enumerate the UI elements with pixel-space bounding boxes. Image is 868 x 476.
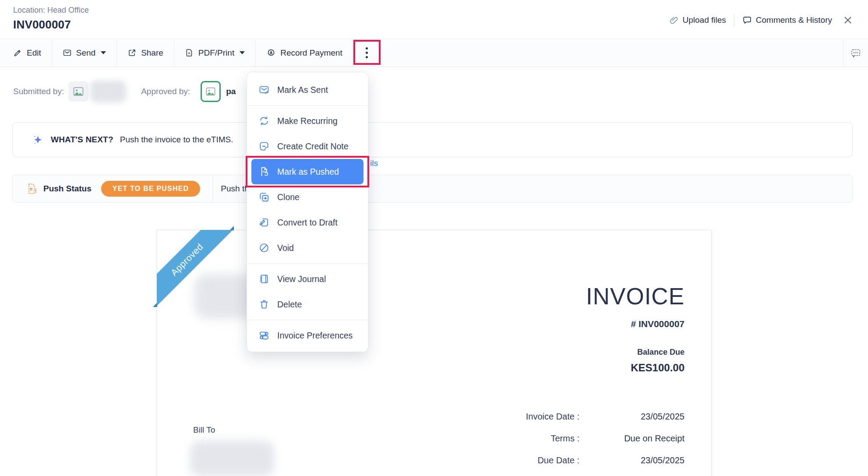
menu-divider bbox=[247, 263, 368, 264]
menu-item-label: Make Recurring bbox=[277, 116, 338, 126]
svg-text:e: e bbox=[263, 169, 265, 173]
location-label: Location: Head Office bbox=[13, 4, 89, 16]
pencil-icon bbox=[13, 48, 22, 57]
menu-item-mark-as-sent[interactable]: Mark As Sent bbox=[247, 77, 368, 102]
menu-item-label: Convert to Draft bbox=[277, 218, 338, 228]
due-date-label: Due Date : bbox=[537, 455, 579, 465]
push-status-badge: YET TO BE PUSHED bbox=[101, 181, 201, 197]
menu-item-clone[interactable]: Clone bbox=[247, 184, 368, 210]
pdf-file-icon: A bbox=[185, 48, 194, 57]
menu-item-invoice-preferences[interactable]: Invoice Preferences bbox=[247, 323, 368, 348]
approver-avatar bbox=[201, 81, 221, 102]
menu-item-make-recurring[interactable]: Make Recurring bbox=[247, 108, 368, 134]
push-document-icon: e bbox=[258, 166, 270, 177]
push-status-label: Push Status bbox=[43, 184, 92, 194]
pdf-print-label: PDF/Print bbox=[198, 48, 234, 58]
recurring-icon bbox=[258, 115, 270, 127]
invoice-doc-number: # INV000007 bbox=[631, 319, 685, 329]
svg-text:A: A bbox=[188, 51, 191, 55]
send-button[interactable]: Send bbox=[52, 39, 117, 67]
balance-due-value: KES100.00 bbox=[631, 362, 685, 374]
clone-icon bbox=[258, 191, 270, 203]
menu-divider bbox=[247, 105, 368, 106]
chevron-down-icon bbox=[240, 51, 245, 54]
invoice-date-row: Invoice Date : 23/05/2025 bbox=[526, 405, 685, 427]
invoice-document: Approved INVOICE # INV000007 Balance Due… bbox=[157, 230, 712, 476]
header-left: Location: Head Office INV000007 bbox=[13, 4, 89, 33]
terms-value: Due on Receipt bbox=[579, 434, 685, 444]
menu-item-convert-to-draft[interactable]: Convert to Draft bbox=[247, 210, 368, 235]
more-actions-menu: Mark As Sent Make Recurring Create Credi… bbox=[247, 72, 368, 352]
invoice-date-label: Invoice Date : bbox=[526, 412, 579, 422]
page-header: Location: Head Office INV000007 Upload f… bbox=[0, 0, 868, 39]
menu-item-label: Invoice Preferences bbox=[277, 331, 353, 341]
menu-item-delete[interactable]: Delete bbox=[247, 292, 368, 317]
upload-files-button[interactable]: Upload files bbox=[669, 15, 726, 25]
feedback-chat-button[interactable] bbox=[843, 39, 868, 67]
chat-dots-icon bbox=[850, 47, 861, 59]
submitter-avatar bbox=[68, 81, 88, 102]
svg-text:e: e bbox=[30, 186, 33, 192]
due-date-value: 23/05/2025 bbox=[579, 455, 685, 465]
menu-item-create-credit-note[interactable]: Create Credit Note bbox=[247, 134, 368, 159]
header-divider bbox=[734, 14, 734, 26]
push-status-card: e Push Status YET TO BE PUSHED Push thi bbox=[12, 175, 853, 203]
terms-row: Terms : Due on Receipt bbox=[526, 427, 685, 449]
toggles-icon bbox=[258, 330, 270, 341]
invoice-doc-title: INVOICE bbox=[586, 283, 685, 310]
credit-note-icon bbox=[258, 141, 270, 152]
whats-next-banner: WHAT'S NEXT? Push the invoice to the eTI… bbox=[12, 122, 853, 157]
due-date-row: Due Date : 23/05/2025 bbox=[526, 449, 685, 471]
close-icon[interactable] bbox=[843, 15, 853, 25]
record-payment-button[interactable]: Record Payment bbox=[256, 39, 353, 67]
send-label: Send bbox=[76, 48, 95, 58]
menu-divider bbox=[247, 320, 368, 320]
paperclip-icon bbox=[669, 15, 679, 25]
comments-history-label: Comments & History bbox=[756, 15, 832, 25]
invoice-date-value: 23/05/2025 bbox=[579, 412, 685, 422]
void-icon bbox=[258, 242, 270, 254]
kebab-menu-icon bbox=[366, 47, 368, 58]
approval-row: Submitted by: Approved by: pa ils bbox=[0, 67, 868, 110]
comments-history-button[interactable]: Comments & History bbox=[742, 15, 832, 25]
approved-by-label: Approved by: bbox=[141, 87, 190, 96]
toolbar: Edit Send Share A PDF/Print bbox=[0, 39, 868, 67]
menu-item-label: View Journal bbox=[277, 274, 326, 284]
whats-next-heading: WHAT'S NEXT? bbox=[51, 135, 113, 145]
balance-due-label: Balance Due bbox=[637, 348, 685, 357]
header-actions: Upload files Comments & History bbox=[669, 14, 853, 26]
more-actions-button[interactable] bbox=[353, 39, 381, 67]
whats-next-message: Push the invoice to the eTIMS. bbox=[120, 135, 233, 145]
details-link-partial[interactable]: ils bbox=[370, 159, 378, 168]
menu-item-view-journal[interactable]: View Journal bbox=[247, 266, 368, 292]
envelope-icon bbox=[63, 48, 72, 57]
record-payment-icon bbox=[266, 48, 276, 58]
submitted-by-label: Submitted by: bbox=[13, 87, 64, 96]
share-icon bbox=[127, 48, 137, 57]
page-title: INV000007 bbox=[13, 16, 89, 33]
redacted-customer-name bbox=[190, 441, 274, 476]
comment-icon bbox=[742, 15, 752, 25]
redacted-submitter-name bbox=[90, 81, 126, 102]
push-card-divider bbox=[212, 175, 213, 202]
journal-icon bbox=[258, 273, 270, 285]
edit-button[interactable]: Edit bbox=[0, 39, 52, 67]
pdf-print-button[interactable]: A PDF/Print bbox=[174, 39, 256, 67]
share-label: Share bbox=[141, 48, 163, 58]
edit-label: Edit bbox=[27, 48, 41, 58]
toolbar-spacer bbox=[381, 39, 843, 67]
etims-document-icon: e bbox=[26, 183, 37, 195]
menu-item-label: Delete bbox=[277, 300, 302, 310]
draft-icon bbox=[258, 217, 270, 228]
menu-item-void[interactable]: Void bbox=[247, 235, 368, 261]
bill-to-label: Bill To bbox=[193, 425, 215, 435]
invoice-fields: Invoice Date : 23/05/2025 Terms : Due on… bbox=[526, 405, 685, 471]
upload-files-label: Upload files bbox=[683, 15, 726, 25]
menu-item-label: Create Credit Note bbox=[277, 141, 349, 152]
terms-label: Terms : bbox=[550, 434, 579, 444]
share-button[interactable]: Share bbox=[117, 39, 174, 67]
menu-item-label: Mark as Pushed bbox=[277, 167, 339, 177]
menu-item-label: Clone bbox=[277, 192, 300, 202]
approver-name-partial: pa bbox=[226, 87, 236, 96]
menu-item-mark-as-pushed[interactable]: e Mark as Pushed bbox=[251, 159, 363, 184]
